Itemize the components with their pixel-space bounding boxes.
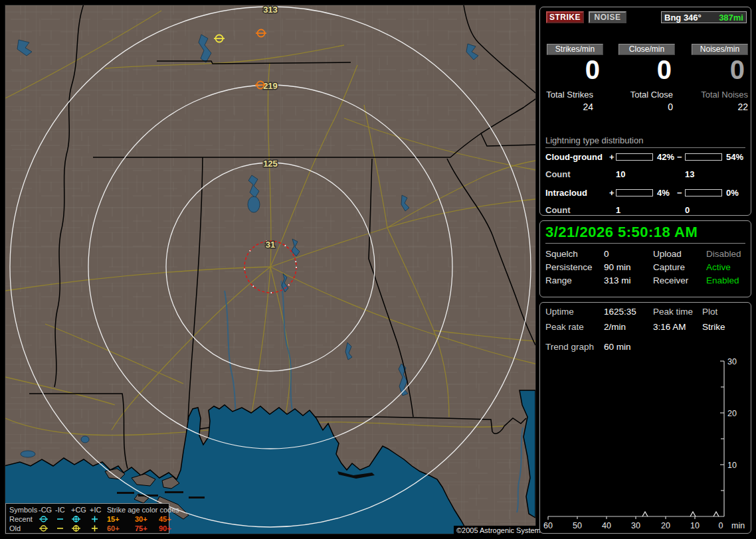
neg-ic-recent-icon xyxy=(55,515,71,523)
upload-label: Upload xyxy=(653,249,682,259)
minus-sign: − xyxy=(677,152,682,162)
y-tick-20: 20 xyxy=(727,409,737,418)
cloud-ground-row: Cloud-ground + 42% − 54% xyxy=(540,152,752,163)
ring-label-125: 125 xyxy=(263,159,278,169)
minus-sign: − xyxy=(677,188,682,198)
pos-cg-recent-icon xyxy=(71,515,90,523)
legend-header-row: Symbols -CG -IC +CG +IC Strike age color… xyxy=(9,505,169,514)
cg-negative-bar xyxy=(685,153,722,161)
legend-symbols-header: Symbols xyxy=(9,505,39,514)
strike-stats-panel: STRIKE NOISE Bng 346° 387mi Strikes/min … xyxy=(539,7,751,216)
capture-status: Active xyxy=(706,262,731,272)
x-tick-20: 20 xyxy=(661,521,670,530)
close-per-min-header[interactable]: Close/min xyxy=(618,44,675,55)
trend-tick-labels: 30 20 10 60 50 40 30 20 10 0 min xyxy=(543,357,745,530)
status-row: Persistence 90 min Capture Active xyxy=(540,262,752,275)
legend-old-row: Old 60+ 75+ 90+ xyxy=(9,524,169,533)
strike-mode-button[interactable]: STRIKE xyxy=(546,11,584,23)
capture-label: Capture xyxy=(653,262,685,272)
status-row: Squelch 0 Upload Disabled xyxy=(540,249,752,262)
x-tick-50: 50 xyxy=(573,521,582,530)
total-close-value: 0 xyxy=(620,102,673,112)
session-panel: Uptime 1625:35 Peak time Plot Peak rate … xyxy=(539,302,751,534)
total-strikes-value: 24 xyxy=(540,102,593,112)
receiver-status: Enabled xyxy=(706,275,739,285)
lightning-map-canvas[interactable]: 313 219 125 31 Symbols xyxy=(5,5,535,534)
pos-ic-old-icon xyxy=(90,524,107,532)
neg-ic-old-icon xyxy=(55,524,71,532)
age-code-45: 45+ xyxy=(159,514,181,524)
intracloud-count-row: Count 1 0 xyxy=(540,205,752,216)
trend-graph-chart: 30 20 10 60 50 40 30 20 10 0 min xyxy=(540,303,751,533)
neg-cg-recent-icon xyxy=(39,515,55,523)
ring-label-313: 313 xyxy=(263,5,278,15)
ic-negative-count: 0 xyxy=(685,205,690,215)
datetime-divider xyxy=(545,243,745,244)
age-code-15: 15+ xyxy=(107,514,135,524)
plus-sign: + xyxy=(609,152,614,162)
cg-negative-pct: 54% xyxy=(726,152,743,162)
plus-sign: + xyxy=(609,188,614,198)
legend-recent-row: Recent 15+ 30+ 45+ xyxy=(9,514,169,524)
noise-mode-button[interactable]: NOISE xyxy=(589,11,626,23)
age-code-30: 30+ xyxy=(135,514,159,524)
noises-per-min-value: 0 xyxy=(692,54,748,85)
x-axis-unit: min xyxy=(731,521,745,530)
ic-negative-bar xyxy=(685,189,722,196)
status-row: Range 313 mi Receiver Enabled xyxy=(540,275,752,289)
total-noises-block: Total Noises 22 xyxy=(690,90,748,112)
ic-negative-pct: 0% xyxy=(726,188,739,198)
nexstorm-app-window: 313 219 125 31 Symbols xyxy=(0,0,756,539)
strikes-per-min-header[interactable]: Strikes/min xyxy=(547,44,603,55)
intracloud-label: Intracloud xyxy=(545,188,587,198)
x-tick-30: 30 xyxy=(631,521,640,530)
cg-positive-count: 10 xyxy=(616,169,625,179)
persistence-label: Persistence xyxy=(545,262,593,272)
legend-recent-label: Recent xyxy=(9,514,39,524)
legend-pos-cg-header: +CG xyxy=(71,505,90,514)
cg-positive-pct: 42% xyxy=(657,152,674,162)
range-value: 313 mi xyxy=(604,275,631,285)
legend-neg-cg-header: -CG xyxy=(39,505,55,514)
ic-positive-pct: 4% xyxy=(657,188,670,198)
cg-count-label: Count xyxy=(545,169,571,179)
symbol-legend: Symbols -CG -IC +CG +IC Strike age color… xyxy=(5,503,169,534)
y-tick-30: 30 xyxy=(727,357,737,366)
bearing-display: Bng 346° 387mi xyxy=(661,11,747,23)
map-graphic: 313 219 125 31 xyxy=(5,5,535,534)
trend-axes xyxy=(548,361,724,520)
upload-status: Disabled xyxy=(706,249,741,259)
x-tick-40: 40 xyxy=(602,521,611,530)
neg-cg-old-icon xyxy=(39,524,55,532)
copyright-notice: ©2005 Astrogenic Systems xyxy=(454,526,540,536)
trend-strike-peaks xyxy=(642,512,719,516)
cg-positive-bar xyxy=(616,153,653,161)
intracloud-row: Intracloud + 4% − 0% xyxy=(540,188,752,198)
pos-ic-recent-icon xyxy=(90,515,107,523)
total-noises-value: 22 xyxy=(690,102,748,112)
ic-positive-bar xyxy=(616,189,653,196)
squelch-label: Squelch xyxy=(545,249,578,259)
total-noises-label: Total Noises xyxy=(690,90,748,100)
status-panel: 3/21/2026 5:50:18 AM Squelch 0 Upload Di… xyxy=(539,220,751,297)
close-per-min-value: 0 xyxy=(618,54,675,85)
legend-neg-ic-header: -IC xyxy=(55,505,71,514)
cg-negative-count: 13 xyxy=(685,169,694,179)
noises-per-min-header[interactable]: Noises/min xyxy=(692,44,748,55)
datetime-display: 3/21/2026 5:50:18 AM xyxy=(545,224,698,241)
x-tick-10: 10 xyxy=(690,521,700,530)
legend-old-label: Old xyxy=(9,524,39,533)
total-strikes-label: Total Strikes xyxy=(540,90,593,100)
range-label: Range xyxy=(545,275,572,285)
ic-count-label: Count xyxy=(545,205,571,215)
x-tick-0: 0 xyxy=(719,521,723,530)
cloud-ground-label: Cloud-ground xyxy=(545,152,603,162)
y-tick-10: 10 xyxy=(727,461,737,470)
cloud-ground-count-row: Count 10 13 xyxy=(540,169,752,180)
bearing-label: Bng 346° xyxy=(664,13,702,23)
ring-label-219: 219 xyxy=(263,81,278,91)
bearing-distance: 387mi xyxy=(719,13,743,23)
strikes-per-min-value: 0 xyxy=(547,54,603,85)
ring-label-31: 31 xyxy=(266,240,275,250)
x-tick-60: 60 xyxy=(543,521,553,530)
